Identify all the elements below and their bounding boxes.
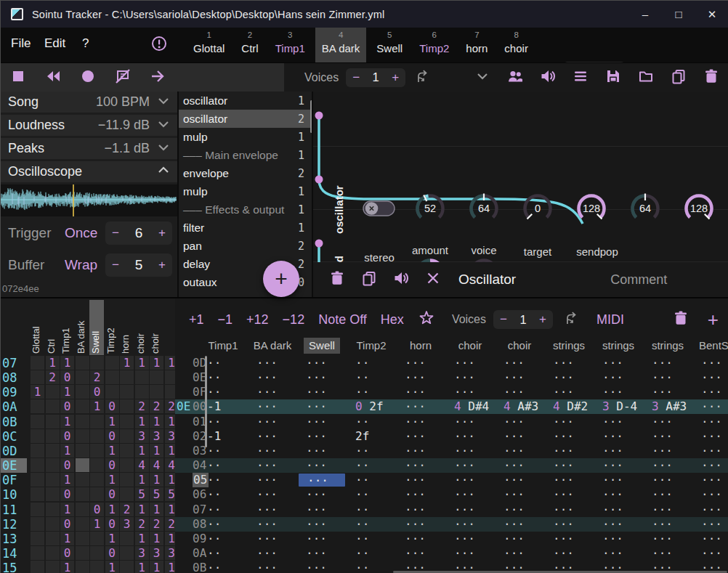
signal-port-dot[interactable]	[315, 112, 323, 120]
order-cell[interactable]	[31, 517, 44, 531]
track-voices-plus-button[interactable]: +	[539, 312, 546, 327]
menu-icon[interactable]	[573, 68, 589, 87]
track-tab-glottal[interactable]: 1Glottal	[187, 28, 231, 62]
note-cell[interactable]: ···	[692, 370, 728, 385]
note-cell[interactable]: ···	[544, 415, 594, 429]
order-cell[interactable]	[31, 473, 44, 487]
order-cell[interactable]: 5	[150, 487, 163, 501]
order-cell[interactable]	[76, 532, 89, 545]
order-cell[interactable]	[90, 546, 104, 560]
note-cell[interactable]: ··	[347, 473, 396, 487]
note-cell[interactable]: ···	[544, 458, 594, 473]
note-cell[interactable]: ···	[297, 458, 347, 473]
note-cell[interactable]: ···	[495, 517, 544, 532]
note-cell[interactable]: ···	[445, 444, 495, 458]
note-cell[interactable]: ···	[594, 487, 643, 502]
order-cell[interactable]: 1	[150, 503, 163, 516]
order-cell[interactable]: 1	[60, 532, 74, 545]
order-cell[interactable]: 1	[165, 356, 176, 370]
transpose-plus12-button[interactable]: +12	[246, 312, 269, 328]
order-cell[interactable]: 0	[60, 546, 74, 560]
order-cell[interactable]: 1	[105, 415, 119, 428]
note-cell[interactable]: ··	[207, 356, 248, 370]
note-cell[interactable]: ··	[347, 561, 396, 573]
unit-list-item-oscillator[interactable]: oscillator1	[179, 92, 312, 110]
note-cell[interactable]: ···	[445, 370, 495, 385]
order-cell[interactable]	[120, 415, 134, 428]
order-cell[interactable]	[31, 458, 44, 472]
note-grid-vertical-scrollbar[interactable]	[205, 356, 207, 447]
param-knob[interactable]: 64	[628, 192, 662, 228]
order-cell[interactable]	[46, 546, 60, 560]
order-cell[interactable]: 4	[165, 458, 176, 472]
note-cell[interactable]: ···	[396, 385, 445, 399]
note-cell[interactable]: ···	[396, 399, 445, 414]
order-cell[interactable]	[76, 415, 89, 428]
note-cell[interactable]: 3 A#3	[643, 399, 692, 414]
star-icon[interactable]	[418, 310, 434, 329]
unit-list-item-main-envelope[interactable]: ––– Main envelope1	[179, 146, 312, 164]
note-cell[interactable]: ··	[207, 532, 248, 546]
note-cell[interactable]: ···	[248, 487, 297, 502]
note-cell[interactable]: ···	[495, 473, 544, 487]
order-cell[interactable]: 1	[105, 503, 119, 516]
trash-icon[interactable]	[673, 310, 689, 329]
note-cell[interactable]: -1	[207, 399, 248, 414]
note-cell[interactable]: ···	[248, 385, 297, 399]
note-cell[interactable]: ···	[396, 473, 445, 487]
order-column-header-swell[interactable]: Swell	[90, 301, 105, 354]
order-cell[interactable]: 1	[60, 473, 74, 487]
note-cell[interactable]: ···	[297, 487, 347, 502]
close-button[interactable]: ✕	[695, 1, 728, 28]
menu-edit[interactable]: Edit	[44, 36, 65, 51]
split-icon[interactable]	[565, 310, 581, 329]
order-cell[interactable]: 1	[46, 356, 60, 370]
voices-stepper[interactable]: − 1 +	[346, 68, 405, 87]
order-cell[interactable]: 2	[165, 517, 176, 531]
note-cell[interactable]: 2f	[347, 429, 396, 444]
order-cell[interactable]	[46, 561, 60, 573]
order-cell[interactable]: 1	[31, 385, 44, 399]
order-cell[interactable]: 3	[135, 546, 149, 560]
note-cell[interactable]: ···	[445, 429, 495, 444]
order-cell[interactable]	[120, 546, 134, 560]
order-cell[interactable]	[76, 356, 89, 370]
order-cell[interactable]	[90, 429, 104, 443]
order-cell[interactable]: 3	[150, 429, 163, 443]
note-cell[interactable]: ···	[643, 370, 692, 385]
order-cell[interactable]: 1	[60, 415, 74, 428]
order-cell[interactable]	[46, 473, 60, 487]
order-cell[interactable]: 0	[105, 517, 119, 531]
note-cell[interactable]: ···	[544, 444, 594, 458]
note-cell[interactable]: ···	[495, 415, 544, 429]
unit-list-item-pan[interactable]: pan2	[179, 237, 312, 255]
note-cell[interactable]: ···	[692, 532, 728, 546]
split-icon[interactable]	[416, 68, 432, 87]
note-cell[interactable]: ···	[495, 546, 544, 561]
note-cell[interactable]: ···	[297, 385, 347, 399]
note-cell[interactable]: ··	[207, 503, 248, 517]
chevron-down-icon[interactable]	[155, 139, 171, 158]
note-cell[interactable]: ···	[445, 356, 495, 370]
note-cell[interactable]: ···	[396, 444, 445, 458]
order-cell[interactable]	[46, 487, 60, 501]
order-cell[interactable]: 2	[165, 399, 176, 413]
order-cell[interactable]	[31, 444, 44, 458]
order-cell[interactable]: 0	[90, 385, 104, 399]
note-cell[interactable]: ··	[347, 503, 396, 517]
note-cell[interactable]: ···	[544, 503, 594, 517]
note-cell[interactable]: ···	[692, 415, 728, 429]
note-track-header-strings[interactable]: strings	[643, 338, 692, 354]
save-icon[interactable]	[605, 68, 621, 87]
order-cell[interactable]: 0	[105, 487, 119, 501]
signal-port-dot[interactable]	[315, 240, 323, 248]
order-cell[interactable]	[105, 370, 119, 384]
order-cell[interactable]	[120, 370, 134, 384]
note-cell[interactable]: ··	[347, 385, 396, 399]
order-cell[interactable]: 1	[90, 517, 104, 531]
order-cell[interactable]	[165, 370, 176, 384]
order-cell[interactable]: 1	[150, 444, 163, 458]
order-cell[interactable]: 4	[135, 458, 149, 472]
note-cell[interactable]: ···	[297, 399, 347, 414]
stop-icon[interactable]	[10, 68, 26, 87]
